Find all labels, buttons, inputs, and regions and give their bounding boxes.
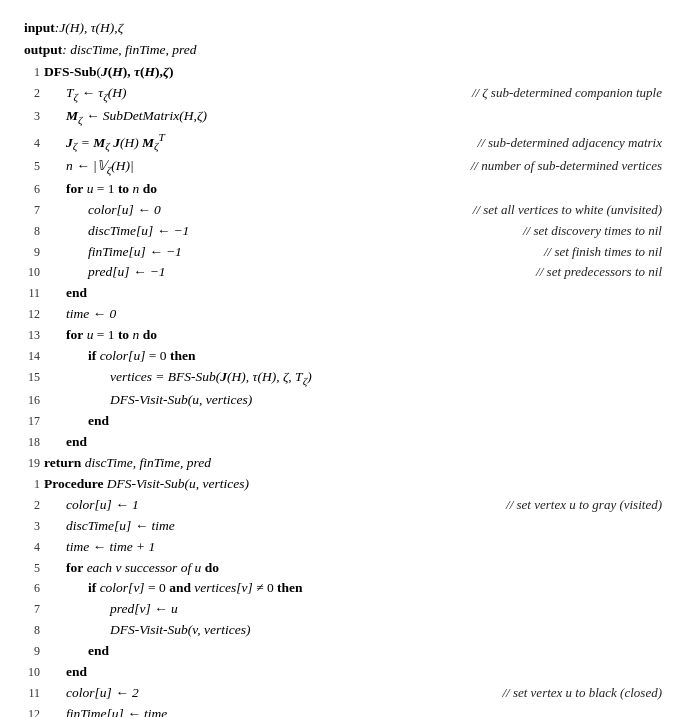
output-val: : discTime, finTime, pred (62, 40, 196, 61)
line-9-code: finTime[u] ← −1 (88, 242, 182, 263)
main-proc-title-line: 1 DFS-Sub(J(H), τ(H),ζ) (24, 62, 662, 83)
sub-line-2-code: color[u] ← 1 (66, 495, 139, 516)
line-8: 8 discTime[u] ← −1 // set discovery time… (24, 221, 662, 242)
sub-line-8: 8 DFS-Visit-Sub(v, vertices) (24, 620, 662, 641)
line-number: 9 (24, 243, 44, 262)
sub-line-2-comment: // set vertex u to gray (visited) (486, 495, 662, 515)
line-number: 11 (24, 684, 44, 703)
sub-line-2: 2 color[u] ← 1 // set vertex u to gray (… (24, 495, 662, 516)
line-10: 10 pred[u] ← −1 // set predecessors to n… (24, 262, 662, 283)
main-proc-name: DFS-Sub (44, 62, 97, 83)
sub-proc-title-line: 1 Procedure DFS-Visit-Sub(u, vertices) (24, 474, 662, 495)
sub-line-8-code: DFS-Visit-Sub(v, vertices) (110, 620, 250, 641)
main-proc-h2: H (145, 62, 156, 83)
line-13-code: for u = 1 to n do (66, 325, 157, 346)
line-2-comment: // ζ sub-determined companion tuple (452, 83, 662, 103)
line-number: 11 (24, 284, 44, 303)
line-number: 10 (24, 263, 44, 282)
line-5-comment: // number of sub-determined vertices (451, 156, 662, 176)
line-9: 9 finTime[u] ← −1 // set finish times to… (24, 242, 662, 263)
line-12: 12 time ← 0 (24, 304, 662, 325)
sub-line-10: 10 end (24, 662, 662, 683)
sub-line-12-code: finTime[u] ← time (66, 704, 167, 717)
line-number: 3 (24, 107, 44, 126)
sub-line-11-code: color[u] ← 2 (66, 683, 139, 704)
line-13: 13 for u = 1 to n do (24, 325, 662, 346)
line-number: 12 (24, 305, 44, 324)
line-2-code: Tζ ← τζ(H) (66, 83, 126, 106)
line-8-comment: // set discovery times to nil (503, 221, 662, 241)
line-number: 13 (24, 326, 44, 345)
line-14: 14 if color[u] = 0 then (24, 346, 662, 367)
sub-line-4: 4 time ← time + 1 (24, 537, 662, 558)
algorithm-block: input :J(H), τ(H),ζ output : discTime, f… (24, 18, 662, 717)
line-number: 7 (24, 600, 44, 619)
main-proc-end-paren: ) (169, 62, 174, 83)
sub-line-4-code: time ← time + 1 (66, 537, 155, 558)
line-4-code: Jζ = Mζ J(H) MζT (66, 129, 165, 156)
line-number: 10 (24, 663, 44, 682)
main-proc-param1: J (101, 62, 108, 83)
sub-line-11: 11 color[u] ← 2 // set vertex u to black… (24, 683, 662, 704)
line-5: 5 n ← |𝕍ζ(H)| // number of sub-determine… (24, 156, 662, 179)
line-number: 6 (24, 180, 44, 199)
sub-line-12: 12 finTime[u] ← time (24, 704, 662, 717)
line-number: 4 (24, 538, 44, 557)
line-number: 4 (24, 134, 44, 153)
line-7-comment: // set all vertices to white (unvisited) (453, 200, 662, 220)
line-number: 15 (24, 368, 44, 387)
output-label: output (24, 40, 62, 61)
sub-line-9: 9 end (24, 641, 662, 662)
line-12-code: time ← 0 (66, 304, 116, 325)
procedure-keyword: Procedure (44, 474, 107, 495)
line-number: 19 (24, 454, 44, 473)
sub-line-10-code: end (66, 662, 87, 683)
line-16-code: DFS-Visit-Sub(u, vertices) (110, 390, 252, 411)
sub-line-6: 6 if color[v] = 0 and vertices[v] ≠ 0 th… (24, 578, 662, 599)
input-val: :J(H), τ(H),ζ (55, 18, 123, 39)
main-proc-h1: H (112, 62, 123, 83)
line-number: 9 (24, 642, 44, 661)
line-8-code: discTime[u] ← −1 (88, 221, 189, 242)
sub-line-5: 5 for each v successor of u do (24, 558, 662, 579)
line-number: 6 (24, 579, 44, 598)
line-10-code: pred[u] ← −1 (88, 262, 166, 283)
line-number: 3 (24, 517, 44, 536)
line-number: 14 (24, 347, 44, 366)
line-17-code: end (88, 411, 109, 432)
line-16: 16 DFS-Visit-Sub(u, vertices) (24, 390, 662, 411)
line-number: 5 (24, 157, 44, 176)
line-7-code: color[u] ← 0 (88, 200, 161, 221)
output-line: output : discTime, finTime, pred (24, 40, 662, 61)
line-number: 12 (24, 705, 44, 717)
line-15: 15 vertices = BFS-Sub(J(H), τ(H), ζ, Tζ) (24, 367, 662, 390)
line-number: 18 (24, 433, 44, 452)
sub-line-7: 7 pred[v] ← u (24, 599, 662, 620)
line-3-code: Mζ ← SubDetMatrix(H,ζ) (66, 106, 207, 129)
line-number: 5 (24, 559, 44, 578)
line-6-code: for u = 1 to n do (66, 179, 157, 200)
sub-line-9-code: end (88, 641, 109, 662)
line-4: 4 Jζ = Mζ J(H) MζT // sub-determined adj… (24, 129, 662, 156)
line-number: 8 (24, 222, 44, 241)
line-4-comment: // sub-determined adjacency matrix (458, 133, 662, 153)
line-number: 2 (24, 84, 44, 103)
sub-line-11-comment: // set vertex u to black (closed) (482, 683, 662, 703)
return-line: 19 return discTime, finTime, pred (24, 453, 662, 474)
line-18-code: end (66, 432, 87, 453)
line-number: 7 (24, 201, 44, 220)
line-18: 18 end (24, 432, 662, 453)
line-9-comment: // set finish times to nil (524, 242, 662, 262)
line-17: 17 end (24, 411, 662, 432)
return-vals: discTime, finTime, pred (85, 453, 211, 474)
sub-line-3: 3 discTime[u] ← time (24, 516, 662, 537)
line-5-code: n ← |𝕍ζ(H)| (66, 156, 134, 179)
sub-line-3-code: discTime[u] ← time (66, 516, 175, 537)
sub-proc-name: DFS-Visit-Sub(u, vertices) (107, 474, 249, 495)
main-proc-comma1: , (127, 62, 134, 83)
sub-line-6-code: if color[v] = 0 and vertices[v] ≠ 0 then (88, 578, 303, 599)
line-number: 16 (24, 391, 44, 410)
return-keyword: return (44, 453, 85, 474)
sub-line-5-code: for each v successor of u do (66, 558, 219, 579)
line-6: 6 for u = 1 to n do (24, 179, 662, 200)
